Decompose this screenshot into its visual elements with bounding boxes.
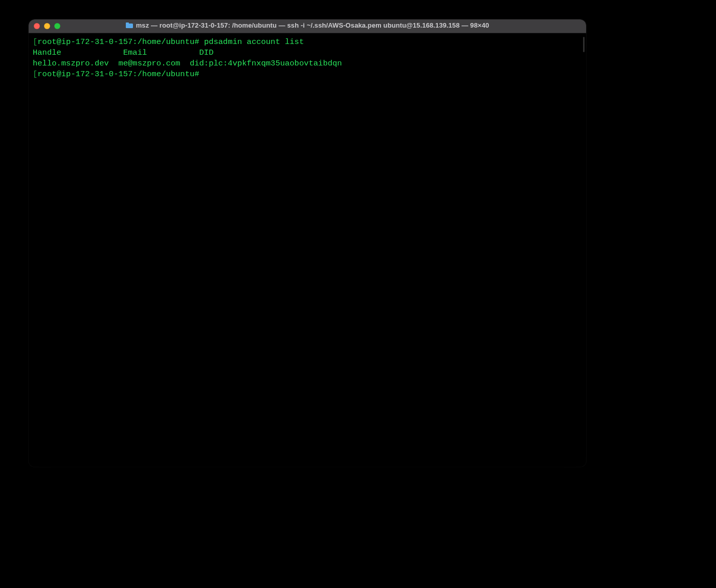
- window-titlebar[interactable]: msz — root@ip-172-31-0-157: /home/ubuntu…: [29, 19, 586, 33]
- folder-icon: [126, 22, 133, 28]
- maximize-icon[interactable]: [54, 23, 60, 29]
- command-text: pdsadmin account list: [204, 37, 304, 47]
- traffic-lights: [34, 23, 60, 29]
- terminal-window: msz — root@ip-172-31-0-157: /home/ubuntu…: [29, 19, 586, 467]
- window-title: msz — root@ip-172-31-0-157: /home/ubuntu…: [126, 21, 489, 29]
- scrollbar-thumb[interactable]: [583, 37, 585, 52]
- terminal-output[interactable]: [root@ip-172-31-0-157:/home/ubuntu# pdsa…: [29, 33, 586, 467]
- close-icon[interactable]: [34, 23, 40, 29]
- output-header-row: Handle Email DID: [33, 48, 213, 57]
- minimize-icon[interactable]: [44, 23, 50, 29]
- prompt-bracket: [: [33, 70, 37, 79]
- output-data-row: hello.mszpro.dev me@mszpro.com did:plc:4…: [33, 59, 342, 68]
- window-title-text: msz — root@ip-172-31-0-157: /home/ubuntu…: [136, 21, 489, 29]
- prompt-bracket: [: [33, 37, 37, 47]
- shell-prompt: root@ip-172-31-0-157:/home/ubuntu#: [37, 37, 204, 47]
- shell-prompt: root@ip-172-31-0-157:/home/ubuntu#: [37, 70, 204, 79]
- window-title-wrap: msz — root@ip-172-31-0-157: /home/ubuntu…: [29, 21, 586, 31]
